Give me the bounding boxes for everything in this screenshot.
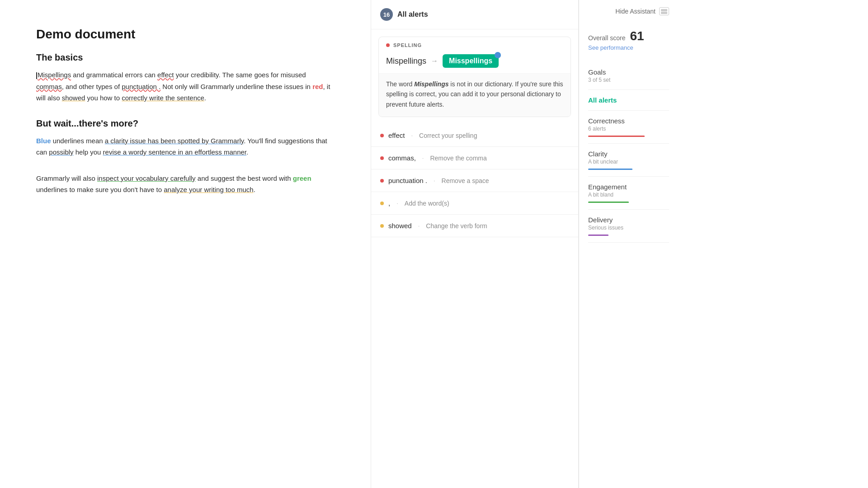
correction-row: Mispellings → Misspellings [379,52,571,73]
phrase-revise-wordy[interactable]: revise a wordy sentence in an effortless… [103,148,246,156]
alert-word: , [388,199,390,207]
alert-dot [380,134,384,137]
alert-separator: · [422,155,424,161]
blue-dot-indicator [495,52,501,58]
alert-item[interactable]: effect · Correct your spelling [371,124,578,147]
hide-assistant-label[interactable]: Hide Assistant [615,8,656,15]
nav-bar-engagement [588,202,629,203]
nav-bar-correctness [588,136,645,137]
nav-bar-delivery [588,235,609,236]
hide-icon[interactable] [659,7,669,15]
alert-dot [380,179,384,183]
nav-sub-engagement: A bit bland [588,192,669,198]
overall-score-value: 61 [630,29,644,43]
nav-item-correctness[interactable]: Correctness 6 alerts [588,111,669,144]
word-showed[interactable]: showed [62,94,85,102]
phrase-correctly-write[interactable]: correctly write the sentence [122,94,204,102]
alert-item[interactable]: showed · Change the verb form [371,215,578,237]
nav-sub-delivery: Serious issues [588,225,669,231]
alert-word: punctuation . [388,177,427,184]
alerts-panel: 16 All alerts SPELLING Mispellings → Mis… [371,0,579,488]
alert-item[interactable]: , · Add the word(s) [371,192,578,215]
alert-separator: · [411,132,413,139]
nav-label-all-alerts: All alerts [588,96,669,104]
word-punctuation[interactable]: punctuation . [122,83,160,90]
word-original: Mispellings [386,56,426,66]
alert-word: commas, [388,154,416,162]
hide-assistant-row: Hide Assistant [588,7,669,15]
overall-score-label: Overall score [588,34,625,42]
document-area: Demo document The basics Mispellings and… [0,0,371,488]
nav-label-delivery: Delivery [588,216,669,224]
phrase-analyze-writing[interactable]: analyze your writing too much [164,186,253,193]
nav-items-container: All alerts Correctness 6 alerts Clarity … [588,90,669,243]
goals-sub: 3 of 5 set [588,77,669,83]
alert-suggestion: Remove a space [442,177,489,184]
overall-score-section: Overall score 61 See performance [588,29,669,51]
paragraph-vocab: Grammarly will also inspect your vocabul… [36,173,335,196]
alert-suggestion: Change the verb form [426,222,487,230]
document-title: Demo document [36,27,335,42]
nav-label-engagement: Engagement [588,183,669,191]
spelling-dot [386,43,390,47]
alerts-count-badge: 16 [380,8,393,21]
section-heading-basics: The basics [36,52,335,63]
nav-label-clarity: Clarity [588,150,669,158]
alert-separator: · [396,200,398,206]
alerts-title: All alerts [397,10,428,19]
alert-word: effect [388,131,405,139]
alert-items-list: effect · Correct your spelling commas, ·… [371,124,578,237]
alert-suggestion: Remove the comma [430,155,486,162]
section-heading-more: But wait...there's more? [36,118,335,129]
nav-sub-correctness: 6 alerts [588,126,669,132]
svg-rect-0 [661,9,667,11]
spelling-label: SPELLING [379,37,571,52]
alerts-header: 16 All alerts [371,0,578,29]
alert-item[interactable]: commas, · Remove the comma [371,147,578,169]
alert-separator: · [434,177,435,184]
word-effect[interactable]: effect [157,71,174,79]
alert-dot [380,156,384,160]
word-mispellings[interactable]: Mispellings [38,71,71,79]
nav-item-clarity[interactable]: Clarity A bit unclear [588,144,669,177]
spelling-card[interactable]: SPELLING Mispellings → Misspellings The … [378,37,571,117]
nav-label-correctness: Correctness [588,117,669,125]
phrase-inspect-vocab[interactable]: inspect your vocabulary carefully [97,174,196,182]
paragraph-more: Blue underlines mean a clarity issue has… [36,135,335,158]
nav-item-delivery[interactable]: Delivery Serious issues [588,210,669,243]
word-corrected[interactable]: Misspellings [443,54,499,68]
word-commas[interactable]: commas, [36,83,64,90]
word-possibly[interactable]: possibly [49,148,73,156]
nav-item-engagement[interactable]: Engagement A bit bland [588,177,669,210]
svg-rect-1 [661,12,667,14]
alert-word: showed [388,222,412,230]
arrow: → [431,57,438,65]
goals-label: Goals [588,68,669,76]
scoring-panel: Hide Assistant Overall score 61 See perf… [579,0,678,488]
phrase-clarity-issue[interactable]: a clarity issue has been spotted by Gram… [105,137,244,145]
alert-suggestion: Add the word(s) [405,200,449,207]
alert-suggestion: Correct your spelling [419,132,477,139]
goals-section[interactable]: Goals 3 of 5 set [588,62,669,90]
alert-item[interactable]: punctuation . · Remove a space [371,169,578,192]
see-performance-link[interactable]: See performance [588,44,669,51]
paragraph-basics: Mispellings and grammatical errors can e… [36,69,335,104]
alert-separator: · [418,222,420,229]
alert-dot [380,202,384,205]
nav-sub-clarity: A bit unclear [588,159,669,165]
nav-bar-clarity [588,169,632,170]
spelling-description: The word Mispellings is not in our dicti… [379,73,571,117]
nav-item-all-alerts[interactable]: All alerts [588,90,669,111]
alert-dot [380,224,384,228]
